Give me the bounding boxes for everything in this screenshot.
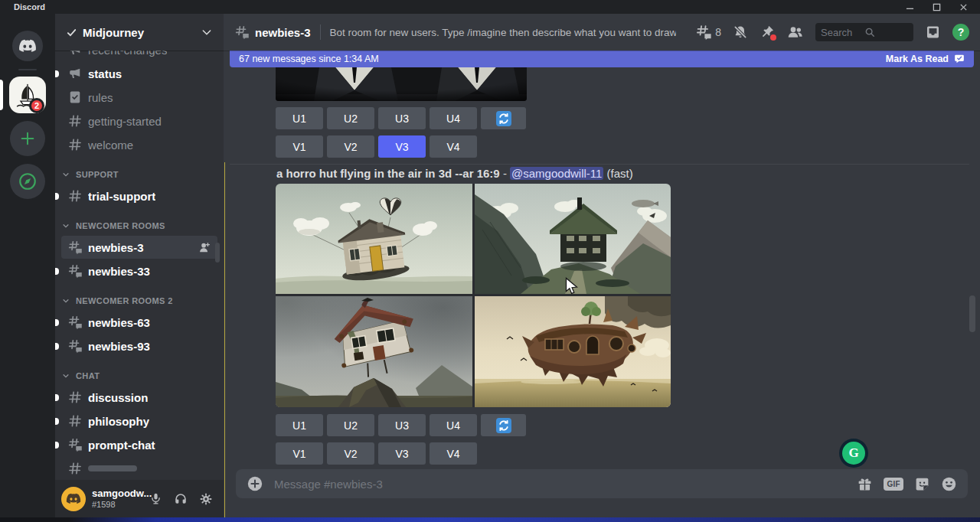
extension-highlight-line [224, 162, 225, 517]
chevron-down-icon [62, 372, 73, 380]
channel-item-partial[interactable] [61, 457, 217, 480]
channel-item-newbies-33[interactable]: newbies-33 [61, 259, 217, 282]
unread-indicator [55, 343, 59, 350]
category-support[interactable]: SUPPORT [55, 165, 224, 184]
reroll-icon [496, 111, 511, 126]
sidebar-scrollbar-thumb[interactable] [215, 243, 220, 263]
channel-item-newbies-63[interactable]: newbies-63 [61, 311, 217, 334]
channel-item-rules[interactable]: rules [61, 86, 217, 109]
upscale-button-u4[interactable]: U4 [430, 107, 477, 129]
message-content: a horro hut flying in the air in 3d --ar… [276, 167, 633, 180]
new-messages-text: 67 new messages since 1:34 AM [239, 54, 379, 64]
generated-image-2[interactable] [475, 184, 671, 294]
reroll-button[interactable] [481, 107, 526, 129]
upscale-button-u2[interactable]: U2 [327, 414, 374, 436]
variation-button-v2[interactable]: V2 [327, 135, 374, 158]
unread-indicator [55, 442, 59, 449]
emoji-picker-icon[interactable] [941, 476, 957, 492]
generated-image-3[interactable] [276, 296, 472, 407]
hash-icon [67, 113, 83, 129]
unread-indicator [55, 319, 59, 326]
search-placeholder: Search [821, 27, 864, 38]
inbox-button[interactable] [925, 24, 941, 40]
channel-label: getting-started [88, 115, 162, 128]
channel-item-status[interactable]: status [61, 62, 217, 85]
upscale-button-u1[interactable]: U1 [276, 107, 323, 129]
message-divider [230, 164, 969, 165]
channel-item-recent-changes[interactable]: recent-changes [61, 51, 217, 61]
member-list-button[interactable] [786, 24, 804, 40]
home-button[interactable] [12, 31, 43, 61]
generated-image-1[interactable] [276, 184, 472, 294]
variation-button-v3[interactable]: V3 [378, 135, 426, 158]
category-chat[interactable]: CHAT [55, 367, 224, 385]
server-mention-badge: 2 [29, 98, 44, 113]
reroll-button[interactable] [481, 414, 526, 436]
variation-button-v4[interactable]: V4 [430, 135, 477, 158]
settings-gear-icon[interactable] [199, 492, 213, 506]
channel-label: newbies-3 [88, 241, 144, 254]
unread-indicator [55, 193, 59, 200]
threads-button[interactable]: 8 [695, 24, 721, 41]
variation-button-v4[interactable]: V4 [430, 442, 477, 465]
explore-servers-button[interactable] [10, 164, 45, 199]
create-invite-icon[interactable] [198, 241, 211, 254]
mic-icon[interactable] [149, 492, 162, 505]
variation-button-v1[interactable]: V1 [276, 135, 323, 158]
category-newcomer-rooms[interactable]: NEWCOMER ROOMS [55, 217, 224, 235]
variation-button-v1[interactable]: V1 [276, 442, 323, 465]
channel-item-newbies-3[interactable]: newbies-3 [61, 236, 217, 259]
upscale-button-u3[interactable]: U3 [378, 414, 426, 436]
message-input[interactable]: Message #newbies-3 GIF [236, 469, 968, 498]
attach-plus-icon[interactable] [247, 475, 263, 492]
channel-item-discussion[interactable]: discussion [61, 386, 217, 409]
search-input[interactable]: Search [815, 23, 913, 41]
threads-icon [695, 24, 712, 41]
add-server-button[interactable] [10, 121, 45, 156]
upscale-button-u3[interactable]: U3 [378, 107, 426, 129]
gift-icon[interactable] [857, 476, 873, 492]
unread-indicator [55, 418, 59, 425]
plus-icon [19, 130, 36, 147]
server-header[interactable]: Midjourney [55, 14, 224, 51]
notifications-muted-button[interactable] [733, 24, 748, 40]
category-newcomer-rooms-2[interactable]: NEWCOMER ROOMS 2 [55, 292, 224, 310]
help-button[interactable]: ? [952, 24, 969, 41]
channel-item-getting-started[interactable]: getting-started [61, 109, 217, 132]
channel-label: newbies-93 [88, 340, 150, 353]
pinned-messages-button[interactable] [760, 24, 775, 40]
gif-picker-icon[interactable]: GIF [884, 478, 903, 491]
close-button[interactable] [959, 3, 968, 11]
chat-scrollbar-thumb[interactable] [969, 295, 975, 332]
grammarly-badge[interactable]: G [839, 439, 868, 468]
new-messages-banner[interactable]: 67 new messages since 1:34 AM Mark As Re… [230, 51, 974, 67]
maximize-button[interactable] [933, 3, 941, 11]
channel-item-trial-support[interactable]: trial-support [61, 184, 217, 207]
channel-item-newbies-93[interactable]: newbies-93 [61, 334, 217, 357]
variation-button-v2[interactable]: V2 [327, 442, 374, 465]
channel-label: trial-support [88, 190, 155, 203]
megaphone-icon [67, 66, 83, 81]
variation-button-v3[interactable]: V3 [378, 442, 426, 465]
input-placeholder: Message #newbies-3 [274, 478, 857, 491]
previous-message-image[interactable] [276, 67, 527, 101]
headphones-icon[interactable] [174, 492, 188, 506]
channel-item-philosophy[interactable]: philosophy [61, 409, 217, 432]
upscale-button-u1[interactable]: U1 [276, 414, 323, 436]
hash-thread-icon [67, 437, 83, 452]
minimize-button[interactable] [906, 3, 914, 11]
channel-item-prompt-chat[interactable]: prompt-chat [61, 433, 217, 456]
button-set-2: U1U2U3U4V1V2V3V4 [276, 414, 526, 471]
channel-hash-icon [234, 24, 250, 40]
user-mention[interactable]: @samgoodwill-11 [510, 167, 603, 180]
channel-label: rules [88, 91, 113, 104]
generated-image-4[interactable] [475, 296, 671, 407]
user-avatar[interactable] [61, 487, 86, 511]
sticker-icon[interactable] [914, 476, 930, 492]
upscale-button-u2[interactable]: U2 [327, 107, 374, 129]
upscale-button-u4[interactable]: U4 [430, 414, 477, 436]
unread-indicator [55, 70, 59, 77]
channel-topic[interactable]: Bot room for new users. Type /imagine th… [330, 27, 676, 38]
mark-as-read-button[interactable]: Mark As Read [886, 54, 949, 64]
channel-item-welcome[interactable]: welcome [61, 133, 217, 156]
